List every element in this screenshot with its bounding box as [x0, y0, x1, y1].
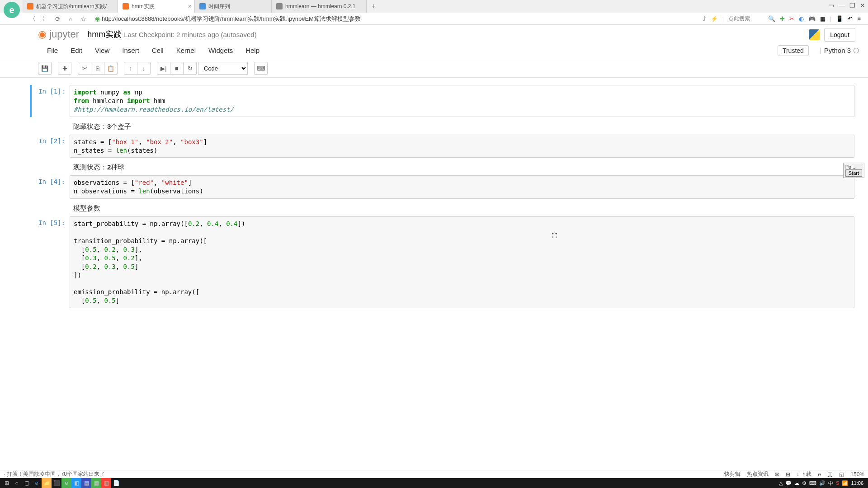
copy-button[interactable]: ⎘	[91, 62, 104, 75]
kernel-status-icon	[854, 48, 859, 53]
window-controls: ▭ — ❐ ✕	[828, 2, 865, 9]
favicon-icon	[276, 3, 283, 9]
cell-prompt: In [4]:	[33, 175, 70, 199]
flash-icon[interactable]: ⚡	[711, 15, 718, 22]
cell-type-select[interactable]: Code	[198, 62, 248, 75]
tab-title: hmmlearn — hmmlearn 0.2.1	[285, 3, 355, 9]
url-text: http://localhost:8888/notebooks/机器学习进阶/h…	[102, 15, 361, 23]
stop-button[interactable]: ■	[170, 62, 184, 75]
python-logo-icon	[809, 29, 820, 40]
menu-cell[interactable]: Cell	[146, 45, 170, 56]
trusted-badge[interactable]: Trusted	[778, 45, 809, 56]
secure-icon: ◉	[95, 15, 100, 22]
cell-input[interactable]: observations = ["red", "white"] n_observ…	[70, 175, 854, 199]
jupyter-logo[interactable]: ◉ jupyter	[38, 28, 79, 40]
window-restore-icon[interactable]: ▭	[828, 2, 834, 9]
command-palette-button[interactable]: ⌨	[254, 62, 268, 75]
jupyter-header: ◉ jupyter hmm实践 Last Checkpoint: 2 minut…	[0, 25, 868, 40]
markdown-cell[interactable]: 观测状态：2种球	[33, 161, 854, 174]
home-button[interactable]: ⌂	[67, 15, 74, 23]
add-cell-button[interactable]: ✚	[58, 62, 71, 75]
paste-button[interactable]: 📋	[104, 62, 118, 75]
menu-help[interactable]: Help	[239, 45, 266, 56]
menu-file[interactable]: File	[41, 45, 64, 56]
move-down-button[interactable]: ↓	[137, 62, 151, 75]
menu-bar: File Edit View Insert Cell Kernel Widget…	[0, 42, 868, 59]
ext-icon[interactable]: ✂	[789, 15, 794, 22]
cut-button[interactable]: ✂	[78, 62, 91, 75]
start-button[interactable]: Start	[845, 169, 862, 177]
browser-tab[interactable]: 时间序列	[195, 0, 272, 13]
cell-input[interactable]: states = ["box 1", "box 2", "box3"] n_st…	[70, 135, 854, 158]
new-tab-button[interactable]: +	[367, 2, 380, 10]
markdown-cell[interactable]: 隐藏状态：3个盒子	[33, 121, 854, 133]
toolbar: 💾 ✚ ✂ ⎘ 📋 ↑ ↓ ▶| ■ ↻ Code ⌨	[0, 59, 868, 78]
floating-widget[interactable]: Poi... Start	[843, 163, 864, 178]
search-placeholder[interactable]: 点此搜索	[728, 15, 764, 23]
favicon-icon	[199, 3, 206, 9]
save-button[interactable]: 💾	[38, 62, 52, 75]
browser-logo-icon: e	[4, 2, 20, 18]
cell-prompt: In [1]:	[33, 85, 70, 117]
back-button[interactable]: 〈	[29, 15, 36, 23]
logout-button[interactable]: Logout	[824, 28, 855, 42]
code-cell[interactable]: In [2]: states = ["box 1", "box 2", "box…	[33, 135, 854, 158]
ext-icon[interactable]: ▦	[820, 15, 826, 22]
move-up-button[interactable]: ↑	[124, 62, 137, 75]
ext-icon[interactable]: ◐	[799, 15, 804, 22]
close-icon[interactable]: ×	[188, 3, 192, 10]
tab-title: hmm实践	[132, 3, 155, 10]
cell-prompt: In [2]:	[33, 135, 70, 158]
tab-bar: 机器学习进阶/hmmlearn实践/ hmm实践 × 时间序列 hmmlearn…	[0, 0, 868, 13]
browser-chrome: 机器学习进阶/hmmlearn实践/ hmm实践 × 时间序列 hmmlearn…	[0, 0, 868, 25]
menu-insert[interactable]: Insert	[116, 45, 146, 56]
window-maximize-icon[interactable]: ❐	[849, 2, 855, 9]
menu-edit[interactable]: Edit	[64, 45, 89, 56]
address-bar: 〈 〉 ⟳ ⌂ ☆ ◉ http://localhost:8888/notebo…	[0, 13, 868, 25]
ext-icon[interactable]: 🎮	[808, 15, 816, 22]
forward-button[interactable]: 〉	[42, 15, 49, 23]
code-cell[interactable]: In [5]: start_probability = np.array([0.…	[33, 216, 854, 308]
ext-icon[interactable]: ✚	[780, 15, 785, 22]
code-cell[interactable]: In [1]: import numpy as np from hmmlearn…	[30, 85, 854, 117]
menu-view[interactable]: View	[89, 45, 116, 56]
window-close-icon[interactable]: ✕	[860, 2, 865, 9]
menu-kernel[interactable]: Kernel	[170, 45, 202, 56]
search-icon[interactable]: 🔍	[768, 15, 775, 22]
tab-title: 时间序列	[208, 3, 230, 10]
menu-widgets[interactable]: Widgets	[202, 45, 239, 56]
cell-input[interactable]: import numpy as np from hmmlearn import …	[70, 85, 854, 117]
checkpoint-status: Last Checkpoint: 2 minutes ago (autosave…	[124, 31, 257, 38]
share-icon[interactable]: ⤴	[703, 15, 706, 22]
kernel-indicator[interactable]: | Python 3	[820, 47, 859, 54]
browser-tab[interactable]: 机器学习进阶/hmmlearn实践/	[23, 0, 118, 13]
window-minimize-icon[interactable]: —	[839, 2, 845, 9]
markdown-cell[interactable]: 模型参数	[33, 202, 854, 215]
tab-title: 机器学习进阶/hmmlearn实践/	[36, 3, 107, 10]
reload-button[interactable]: ⟳	[54, 15, 61, 23]
code-cell[interactable]: In [4]: observations = ["red", "white"] …	[33, 175, 854, 199]
url-field[interactable]: ◉ http://localhost:8888/notebooks/机器学习进阶…	[92, 15, 698, 23]
favicon-icon	[123, 3, 129, 9]
device-icon[interactable]: 📱	[836, 15, 843, 22]
browser-tab[interactable]: hmmlearn — hmmlearn 0.2.1	[272, 0, 367, 13]
menu-icon[interactable]: ≡	[857, 15, 861, 22]
favicon-icon	[27, 3, 33, 9]
restart-button[interactable]: ↻	[183, 62, 197, 75]
cell-input[interactable]: start_probability = np.array([0.2, 0.4, …	[70, 216, 854, 308]
run-button[interactable]: ▶|	[157, 62, 170, 75]
browser-tab[interactable]: hmm实践 ×	[118, 0, 195, 13]
notebook-title[interactable]: hmm实践	[87, 30, 122, 39]
star-icon[interactable]: ☆	[80, 15, 87, 23]
undo-icon[interactable]: ↶	[848, 15, 853, 22]
notebook-container: In [1]: import numpy as np from hmmlearn…	[0, 78, 868, 321]
cell-prompt: In [5]:	[33, 216, 70, 308]
